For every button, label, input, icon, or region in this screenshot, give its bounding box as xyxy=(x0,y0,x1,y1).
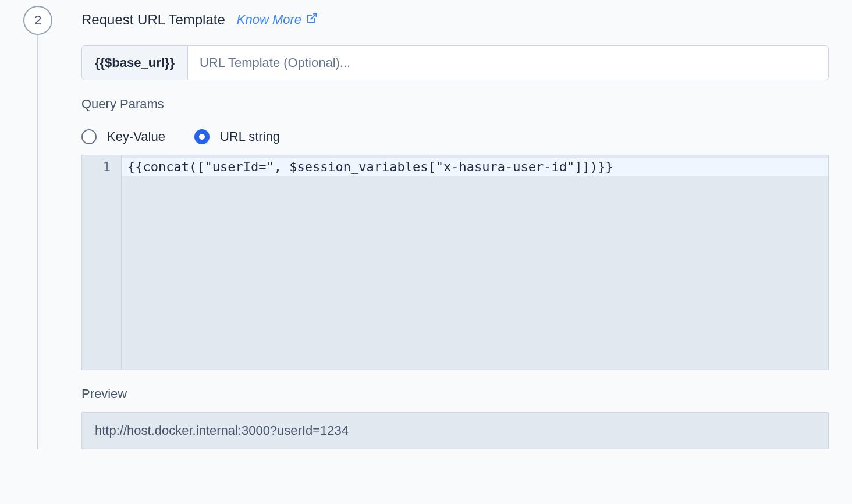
radio-url-string[interactable]: URL string xyxy=(194,129,280,144)
line-number: 1 xyxy=(82,158,121,176)
preview-label: Preview xyxy=(81,386,829,402)
radio-indicator xyxy=(81,129,97,144)
editor-content-area[interactable]: {{concat(["userId=", $session_variables[… xyxy=(122,155,828,370)
radio-key-value[interactable]: Key-Value xyxy=(81,129,165,144)
query-params-label: Query Params xyxy=(81,97,829,112)
know-more-link[interactable]: Know More xyxy=(237,12,318,27)
url-template-row: {{$base_url}} xyxy=(81,45,829,80)
preview-output: http://host.docker.internal:3000?userId=… xyxy=(81,412,829,449)
section-header: Request URL Template Know More xyxy=(81,12,829,28)
step-number: 2 xyxy=(34,13,41,28)
query-params-radio-group: Key-Value URL string xyxy=(81,129,829,144)
step-sidebar: 2 xyxy=(23,6,52,449)
know-more-label: Know More xyxy=(237,12,301,27)
step-number-badge: 2 xyxy=(23,6,52,35)
preview-section: Preview http://host.docker.internal:3000… xyxy=(81,386,829,449)
external-link-icon xyxy=(306,12,318,27)
code-line: {{concat(["userId=", $session_variables[… xyxy=(122,158,828,176)
step-connector-bottom xyxy=(37,35,38,449)
url-template-input[interactable] xyxy=(188,46,828,80)
radio-indicator xyxy=(194,129,210,144)
svg-line-0 xyxy=(311,14,316,19)
url-string-editor[interactable]: 1 {{concat(["userId=", $session_variable… xyxy=(81,155,829,370)
base-url-prefix: {{$base_url}} xyxy=(82,46,188,80)
radio-label-key-value: Key-Value xyxy=(107,129,165,144)
editor-gutter: 1 xyxy=(82,155,122,370)
radio-label-url-string: URL string xyxy=(220,129,280,144)
section-title: Request URL Template xyxy=(81,12,225,28)
